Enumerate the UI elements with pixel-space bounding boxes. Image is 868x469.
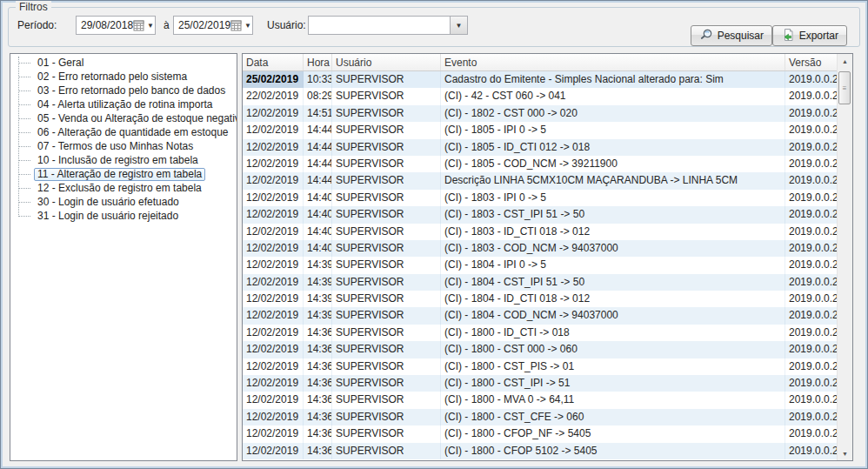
user-combobox-dropdown-icon[interactable]: ▼ (450, 17, 467, 34)
table-row[interactable]: 12/02/201914:36SUPERVISOR(CI) - 1800 - C… (243, 409, 838, 425)
table-cell: SUPERVISOR (332, 291, 441, 307)
date-from-dropdown-icon[interactable]: ▼ (145, 22, 157, 30)
tree-item[interactable]: 30 - Login de usuário efetuado (10, 195, 237, 209)
export-icon (781, 28, 795, 44)
export-button-label: Exportar (799, 30, 838, 42)
tree-item[interactable]: 01 - Geral (10, 56, 237, 70)
table-cell: 12/02/2019 (243, 274, 304, 291)
calendar-icon[interactable] (133, 20, 144, 31)
tree-item-label: 06 - Alteração de quantidade em estoque (34, 126, 232, 139)
tree-item[interactable]: 07 - Termos de uso Minhas Notas (10, 139, 237, 153)
table-cell: 2019.0.0.2 (785, 88, 838, 104)
table-row[interactable]: 12/02/201914:39SUPERVISOR(CI) - 1804 - C… (243, 274, 838, 291)
table-cell: 2019.0.0.2 (785, 156, 838, 172)
tree-connector-icon (18, 202, 30, 203)
table-cell: 14:44 (304, 156, 332, 172)
table-cell: SUPERVISOR (332, 156, 441, 172)
tree-item[interactable]: 04 - Alerta utilização de rotina importa (10, 97, 237, 111)
table-cell: 14:36 (304, 409, 332, 425)
table-row[interactable]: 12/02/201914:39SUPERVISOR(CI) - 1804 - I… (243, 291, 838, 307)
export-button[interactable]: Exportar (772, 25, 847, 46)
table-cell: 14:39 (304, 257, 332, 273)
vertical-scrollbar[interactable]: ▲ ≡ ▼ (837, 54, 852, 460)
table-cell: 08:29 (304, 88, 332, 104)
tree-item[interactable]: 12 - Exclusão de registro em tabela (10, 181, 237, 195)
table-cell: (CI) - 1803 - ID_CTI 018 -> 012 (441, 224, 785, 240)
tree-connector-icon (18, 90, 30, 91)
table-row[interactable]: 12/02/201914:36SUPERVISOR(CI) - 1800 - C… (243, 375, 838, 392)
scroll-up-icon[interactable]: ▲ (838, 54, 852, 68)
filters-group: Filtros Período: 29/08/2018 ▼ à 25/02/20… (8, 7, 860, 47)
date-to-dropdown-icon[interactable]: ▼ (243, 22, 255, 30)
table-cell: (CI) - 1803 - COD_NCM -> 94037000 (441, 240, 785, 257)
table-cell: 12/02/2019 (243, 341, 304, 358)
table-row[interactable]: 12/02/201914:40SUPERVISOR(CI) - 1803 - I… (243, 224, 838, 240)
tree-item[interactable]: 05 - Venda ou Alteração de estoque negat… (10, 111, 237, 125)
table-row[interactable]: 12/02/201914:44SUPERVISOR(CI) - 1805 - I… (243, 122, 838, 138)
tree-item[interactable]: 31 - Login de usuário rejeitado (10, 209, 237, 223)
table-cell: 10:33 (304, 71, 332, 88)
table-row[interactable]: 12/02/201914:36SUPERVISOR(CI) - 1800 - C… (243, 425, 838, 442)
table-cell: SUPERVISOR (332, 425, 441, 442)
search-button[interactable]: Pesquisar (691, 25, 772, 46)
scrollbar-thumb[interactable]: ≡ (838, 71, 851, 104)
column-header[interactable]: Evento (441, 54, 785, 70)
table-cell: 12/02/2019 (243, 425, 304, 442)
tree-item[interactable]: 10 - Inclusão de registro em tabela (10, 153, 237, 167)
table-cell: SUPERVISOR (332, 88, 441, 104)
tree-connector-icon (18, 174, 30, 175)
column-header[interactable]: Usuário (332, 54, 441, 70)
table-cell: 14:51 (304, 105, 332, 122)
table-row[interactable]: 12/02/201914:36SUPERVISOR(CI) - 1800 - C… (243, 341, 838, 358)
table-row[interactable]: 12/02/201914:40SUPERVISOR(CI) - 1803 - I… (243, 190, 838, 206)
table-row[interactable]: 25/02/201910:33SUPERVISORCadastro do Emi… (243, 71, 838, 88)
table-cell: 14:40 (304, 190, 332, 206)
tree-connector-icon (18, 216, 30, 217)
calendar-icon[interactable] (230, 20, 242, 31)
table-cell: 2019.0.0.2 (785, 122, 838, 138)
table-cell: (CI) - 1803 - CST_IPI 51 -> 50 (441, 206, 785, 223)
table-row[interactable]: 12/02/201914:36SUPERVISOR(CI) - 1800 - C… (243, 358, 838, 375)
table-cell: (CI) - 1800 - CST 000 -> 060 (441, 341, 785, 358)
table-row[interactable]: 12/02/201914:51SUPERVISOR(CI) - 1802 - C… (243, 105, 838, 122)
date-from-field[interactable]: 29/08/2018 ▼ (76, 16, 156, 35)
table-row[interactable]: 12/02/201914:44SUPERVISOR(CI) - 1805 - C… (243, 156, 838, 172)
table-cell: (CI) - 1802 - CST 000 -> 020 (441, 105, 785, 122)
table-cell: 2019.0.0.2 (785, 291, 838, 307)
tree-item[interactable]: 02 - Erro retornado pelo sistema (10, 70, 237, 84)
table-row[interactable]: 12/02/201914:40SUPERVISOR(CI) - 1803 - C… (243, 240, 838, 257)
table-row[interactable]: 12/02/201914:40SUPERVISOR(CI) - 1803 - C… (243, 206, 838, 223)
table-row[interactable]: 12/02/201914:36SUPERVISOR(CI) - 1800 - M… (243, 392, 838, 408)
column-header[interactable]: Hora (304, 54, 332, 70)
scroll-down-icon[interactable]: ▼ (838, 446, 852, 460)
table-cell: 12/02/2019 (243, 156, 304, 172)
table-cell: 14:39 (304, 274, 332, 291)
table-cell: 14:39 (304, 291, 332, 307)
table-cell: 2019.0.0.2 (785, 139, 838, 156)
table-row[interactable]: 12/02/201914:39SUPERVISOR(CI) - 1804 - I… (243, 257, 838, 273)
table-row[interactable]: 12/02/201914:36SUPERVISOR(CI) - 1800 - I… (243, 325, 838, 341)
tree-item[interactable]: 03 - Erro retornado pelo banco de dados (10, 84, 237, 97)
table-row[interactable]: 12/02/201914:36SUPERVISOR(CI) - 1800 - C… (243, 443, 838, 459)
date-to-field[interactable]: 25/02/2019 ▼ (173, 16, 253, 35)
table-cell: SUPERVISOR (332, 206, 441, 223)
table-cell: SUPERVISOR (332, 443, 441, 459)
table-cell: 12/02/2019 (243, 257, 304, 273)
table-row[interactable]: 22/02/201908:29SUPERVISOR(CI) - 42 - CST… (243, 88, 838, 104)
tree-item[interactable]: 06 - Alteração de quantidade em estoque (10, 125, 237, 139)
user-combobox[interactable]: ▼ (308, 16, 468, 35)
app-window: Filtros Período: 29/08/2018 ▼ à 25/02/20… (0, 0, 868, 469)
tree-item[interactable]: 11 - Alteração de registro em tabela (10, 167, 237, 181)
table-cell: SUPERVISOR (332, 224, 441, 240)
table-cell: 12/02/2019 (243, 358, 304, 375)
table-row[interactable]: 12/02/201914:44SUPERVISORDescrição LINHA… (243, 172, 838, 189)
table-cell: SUPERVISOR (332, 307, 441, 324)
table-cell: 14:36 (304, 443, 332, 459)
table-cell: 14:36 (304, 392, 332, 408)
table-row[interactable]: 12/02/201914:39SUPERVISOR(CI) - 1804 - C… (243, 307, 838, 324)
column-header[interactable]: Data (243, 54, 304, 70)
table-cell: 2019.0.0.2 (785, 325, 838, 341)
table-row[interactable]: 12/02/201914:44SUPERVISOR(CI) - 1805 - I… (243, 139, 838, 156)
column-header[interactable]: Versão (785, 54, 838, 70)
table-cell: 2019.0.0.2 (785, 409, 838, 425)
